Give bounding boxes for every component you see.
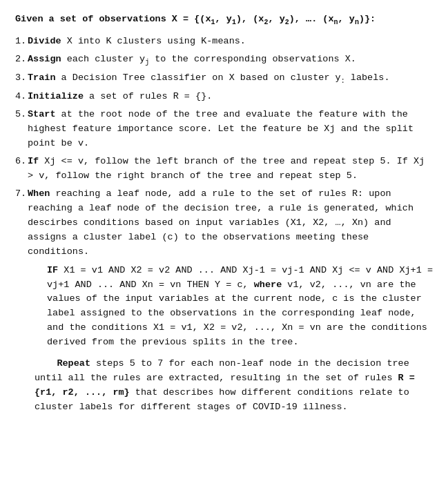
step-6: 6. If Xj <= v, follow the left branch of…	[15, 155, 433, 184]
step-content-7: When reaching a leaf node, add a rule to…	[28, 187, 433, 353]
step-num-3: 3.	[15, 71, 28, 86]
step-num-1: 1.	[15, 35, 28, 49]
title-line: Given a set of observations X = {(x1, y1…	[15, 12, 433, 28]
step-content-6: If Xj <= v, follow the left branch of th…	[28, 155, 433, 184]
step-content-2: Assign each cluster yj to the correspond…	[28, 52, 433, 68]
step-content-3: Train a Decision Tree classifier on X ba…	[28, 71, 433, 86]
if-block: IF X1 = v1 AND X2 = v2 AND ... AND Xj-1 …	[47, 264, 433, 351]
step-7: 7. When reaching a leaf node, add a rule…	[15, 187, 433, 353]
step-2: 2. Assign each cluster yj to the corresp…	[15, 52, 433, 68]
step-num-2: 2.	[15, 52, 28, 67]
step-num-7: 7.	[15, 187, 28, 202]
page-content: Given a set of observations X = {(x1, y1…	[15, 12, 433, 415]
step-5: 5. Start at the root node of the tree an…	[15, 108, 433, 151]
step-1: 1. Divide X into K clusters using K-mean…	[15, 35, 433, 49]
step-3: 3. Train a Decision Tree classifier on X…	[15, 71, 433, 86]
repeat-block: Repeat steps 5 to 7 for each non-leaf no…	[35, 357, 433, 415]
step-num-5: 5.	[15, 108, 28, 122]
step-content-5: Start at the root node of the tree and e…	[28, 108, 433, 151]
algorithm-steps: 1. Divide X into K clusters using K-mean…	[15, 35, 433, 353]
step-num-4: 4.	[15, 90, 28, 104]
step-num-6: 6.	[15, 155, 28, 169]
step-content-1: Divide X into K clusters using K-means.	[28, 35, 433, 49]
step-content-4: Initialize a set of rules R = {}.	[28, 90, 433, 104]
step-4: 4. Initialize a set of rules R = {}.	[15, 90, 433, 104]
